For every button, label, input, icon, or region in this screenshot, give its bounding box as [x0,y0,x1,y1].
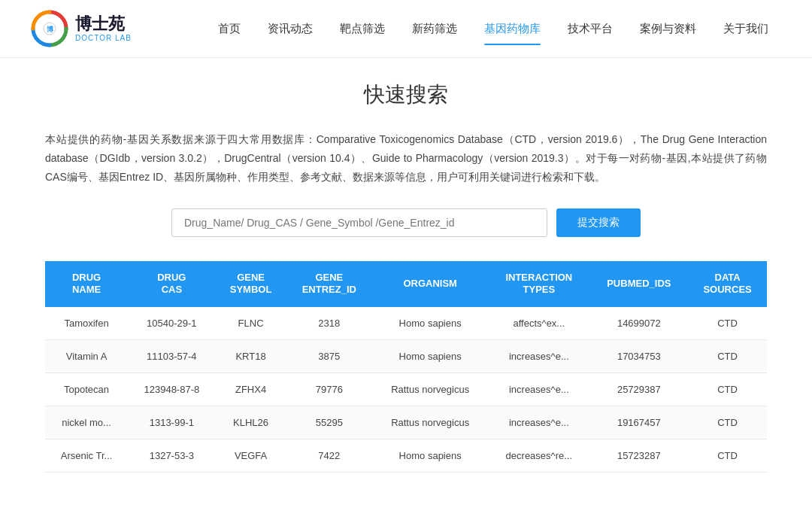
col-header-drug_name: DRUG NAME [45,261,128,308]
table-header-row: DRUG NAMEDRUG CASGENE SYMBOLGENE ENTREZ_… [45,261,767,308]
cell-gene_entrez_id: 7422 [286,439,373,473]
cell-gene_symbol: VEGFA [216,439,286,473]
cell-data_sources: CTD [688,406,767,439]
cell-pubmed_ids: 17034753 [589,340,688,373]
cell-gene_symbol: KLHL26 [216,406,286,439]
cell-drug_name: Tamoxifen [45,307,128,340]
nav-item-基因药物库[interactable]: 基因药物库 [471,16,554,42]
col-header-pubmed_ids: PUBMED_IDS [589,261,688,308]
cell-pubmed_ids: 15723287 [589,439,688,473]
cell-drug_cas: 1313-99-1 [128,406,215,439]
logo: 博 博士苑 DOCTOR LAB [30,9,132,48]
cell-data_sources: CTD [688,340,767,373]
search-button[interactable]: 提交搜索 [556,208,641,237]
col-header-organism: ORGANISM [372,261,488,308]
cell-organism: Rattus norvegicus [372,373,488,406]
table-row[interactable]: nickel mo...1313-99-1KLHL2655295Rattus n… [45,406,767,439]
nav-item-技术平台[interactable]: 技术平台 [554,16,626,42]
cell-pubmed_ids: 25729387 [589,373,688,406]
header: 博 博士苑 DOCTOR LAB 首页资讯动态靶点筛选新药筛选基因药物库技术平台… [0,0,812,58]
description-text: 本站提供的药物-基因关系数据来源于四大常用数据库：Comparative Tox… [45,130,767,187]
cell-pubmed_ids: 14699072 [589,307,688,340]
cell-organism: Homo sapiens [372,439,488,473]
cell-gene_entrez_id: 3875 [286,340,373,373]
logo-icon: 博 [30,9,69,48]
cell-organism: Homo sapiens [372,307,488,340]
cell-drug_name: Topotecan [45,373,128,406]
nav-item-案例与资料[interactable]: 案例与资料 [626,16,710,42]
cell-data_sources: CTD [688,307,767,340]
data-table: DRUG NAMEDRUG CASGENE SYMBOLGENE ENTREZ_… [45,261,767,473]
cell-gene_symbol: KRT18 [216,340,286,373]
logo-english: DOCTOR LAB [75,34,132,42]
table-row[interactable]: Arsenic Tr...1327-53-3VEGFA7422Homo sapi… [45,439,767,473]
nav-item-新药筛选[interactable]: 新药筛选 [398,16,471,42]
cell-interaction_types: affects^ex... [488,307,589,340]
svg-text:博: 博 [47,26,54,33]
cell-gene_entrez_id: 55295 [286,406,373,439]
cell-gene_entrez_id: 79776 [286,373,373,406]
search-area: 提交搜索 [45,208,767,237]
page-title: 快速搜索 [45,81,767,109]
col-header-interaction_types: INTERACTION TYPES [488,261,589,308]
cell-drug_name: Vitamin A [45,340,128,373]
cell-data_sources: CTD [688,373,767,406]
cell-drug_name: nickel mo... [45,406,128,439]
cell-pubmed_ids: 19167457 [589,406,688,439]
cell-data_sources: CTD [688,439,767,473]
cell-drug_cas: 1327-53-3 [128,439,215,473]
cell-drug_cas: 10540-29-1 [128,307,215,340]
main-content: 快速搜索 本站提供的药物-基因关系数据来源于四大常用数据库：Comparativ… [30,58,782,495]
cell-organism: Rattus norvegicus [372,406,488,439]
cell-interaction_types: decreases^re... [488,439,589,473]
nav-item-靶点筛选[interactable]: 靶点筛选 [326,16,398,42]
cell-drug_cas: 11103-57-4 [128,340,215,373]
search-input[interactable] [171,208,547,237]
cell-gene_entrez_id: 2318 [286,307,373,340]
table-body: Tamoxifen10540-29-1FLNC2318Homo sapiensa… [45,307,767,473]
col-header-data_sources: DATA SOURCES [688,261,767,308]
main-nav: 首页资讯动态靶点筛选新药筛选基因药物库技术平台案例与资料关于我们 [162,16,782,42]
cell-organism: Homo sapiens [372,340,488,373]
col-header-gene_symbol: GENE SYMBOL [216,261,286,308]
nav-item-资讯动态[interactable]: 资讯动态 [254,16,326,42]
cell-interaction_types: increases^e... [488,340,589,373]
nav-item-首页[interactable]: 首页 [205,16,254,42]
cell-drug_name: Arsenic Tr... [45,439,128,473]
table-row[interactable]: Vitamin A11103-57-4KRT183875Homo sapiens… [45,340,767,373]
table-row[interactable]: Topotecan123948-87-8ZFHX479776Rattus nor… [45,373,767,406]
cell-interaction_types: increases^e... [488,406,589,439]
cell-drug_cas: 123948-87-8 [128,373,215,406]
cell-interaction_types: increases^e... [488,373,589,406]
logo-text: 博士苑 DOCTOR LAB [75,15,132,41]
cell-gene_symbol: FLNC [216,307,286,340]
nav-item-关于我们[interactable]: 关于我们 [710,16,782,42]
cell-gene_symbol: ZFHX4 [216,373,286,406]
table-row[interactable]: Tamoxifen10540-29-1FLNC2318Homo sapiensa… [45,307,767,340]
logo-chinese: 博士苑 [75,15,132,33]
col-header-gene_entrez_id: GENE ENTREZ_ID [286,261,373,308]
col-header-drug_cas: DRUG CAS [128,261,215,308]
